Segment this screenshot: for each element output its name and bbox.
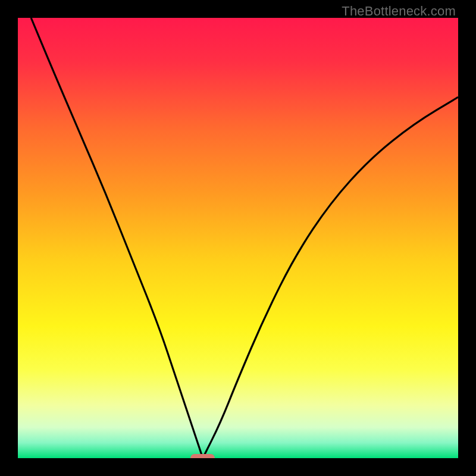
right-curve	[203, 97, 458, 458]
plot-area	[18, 18, 458, 458]
bottleneck-curves	[18, 18, 458, 458]
bottleneck-marker	[190, 454, 215, 458]
left-curve	[31, 18, 203, 458]
watermark-text: TheBottleneck.com	[342, 4, 456, 19]
